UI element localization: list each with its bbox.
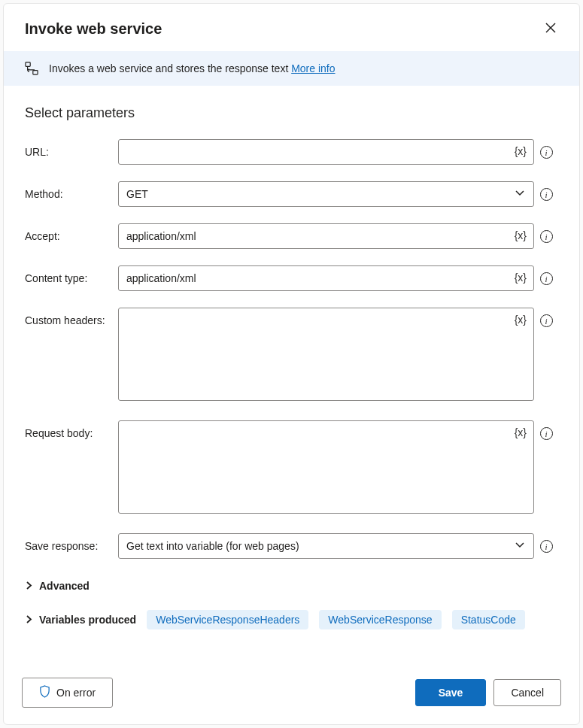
- web-service-icon: [25, 62, 38, 75]
- accept-label: Accept:: [25, 223, 118, 242]
- request-body-label: Request body:: [25, 420, 118, 439]
- dialog-footer: On error Save Cancel: [4, 664, 579, 724]
- on-error-button[interactable]: On error: [22, 678, 113, 708]
- info-bar-text: Invokes a web service and stores the res…: [49, 62, 336, 74]
- info-icon[interactable]: i: [540, 230, 553, 243]
- invoke-web-service-dialog: Invoke web service Invokes a web service…: [3, 3, 580, 725]
- cancel-button[interactable]: Cancel: [493, 679, 561, 706]
- url-input[interactable]: [118, 139, 534, 165]
- content-type-label: Content type:: [25, 265, 118, 284]
- section-title: Select parameters: [25, 105, 558, 121]
- variables-produced-label: Variables produced: [39, 614, 136, 626]
- content-type-input[interactable]: [118, 265, 534, 291]
- variable-pill[interactable]: StatusCode: [452, 610, 525, 629]
- save-response-select[interactable]: Get text into variable (for web pages): [118, 533, 534, 559]
- dialog-content: Select parameters URL: {x} i Method: GET…: [4, 86, 579, 664]
- variables-produced-expander[interactable]: Variables produced: [25, 614, 136, 626]
- variable-token-button[interactable]: {x}: [515, 145, 527, 157]
- custom-headers-label: Custom headers:: [25, 308, 118, 326]
- field-row-content-type: Content type: {x} i: [25, 265, 558, 291]
- chevron-right-icon: [25, 614, 33, 626]
- variable-token-button[interactable]: {x}: [515, 426, 527, 438]
- field-row-method: Method: GET i: [25, 181, 558, 207]
- variable-token-button[interactable]: {x}: [515, 314, 527, 326]
- info-bar: Invokes a web service and stores the res…: [4, 51, 579, 86]
- variable-pill[interactable]: WebServiceResponseHeaders: [147, 610, 308, 629]
- dialog-title: Invoke web service: [25, 20, 162, 38]
- more-info-link[interactable]: More info: [291, 62, 335, 74]
- accept-input[interactable]: [118, 223, 534, 249]
- shield-icon: [39, 685, 50, 700]
- dialog-header: Invoke web service: [4, 4, 579, 51]
- info-bar-description: Invokes a web service and stores the res…: [49, 62, 291, 74]
- info-icon[interactable]: i: [540, 146, 553, 159]
- field-row-request-body: Request body: {x} i: [25, 420, 558, 517]
- variable-token-button[interactable]: {x}: [515, 229, 527, 241]
- request-body-input[interactable]: [118, 420, 534, 514]
- advanced-label: Advanced: [39, 580, 90, 592]
- svg-rect-2: [26, 62, 30, 66]
- close-icon: [545, 22, 557, 36]
- variables-produced-row: Variables produced WebServiceResponseHea…: [25, 610, 558, 629]
- info-icon[interactable]: i: [540, 272, 553, 285]
- variable-pill[interactable]: WebServiceResponse: [319, 610, 441, 629]
- save-response-label: Save response:: [25, 533, 118, 552]
- method-select[interactable]: GET: [118, 181, 534, 207]
- field-row-custom-headers: Custom headers: {x} i: [25, 308, 558, 404]
- info-icon[interactable]: i: [540, 188, 553, 201]
- save-button[interactable]: Save: [415, 679, 487, 706]
- chevron-right-icon: [25, 580, 33, 592]
- variable-token-button[interactable]: {x}: [515, 271, 527, 284]
- method-label: Method:: [25, 181, 118, 200]
- url-label: URL:: [25, 139, 118, 158]
- close-button[interactable]: [540, 17, 561, 41]
- field-row-save-response: Save response: Get text into variable (f…: [25, 533, 558, 559]
- field-row-accept: Accept: {x} i: [25, 223, 558, 249]
- custom-headers-input[interactable]: [118, 308, 534, 401]
- svg-rect-3: [33, 71, 38, 74]
- info-icon[interactable]: i: [540, 540, 553, 553]
- info-icon[interactable]: i: [540, 427, 553, 440]
- on-error-label: On error: [56, 687, 96, 699]
- info-icon[interactable]: i: [540, 314, 553, 327]
- field-row-url: URL: {x} i: [25, 139, 558, 165]
- advanced-expander[interactable]: Advanced: [25, 575, 558, 596]
